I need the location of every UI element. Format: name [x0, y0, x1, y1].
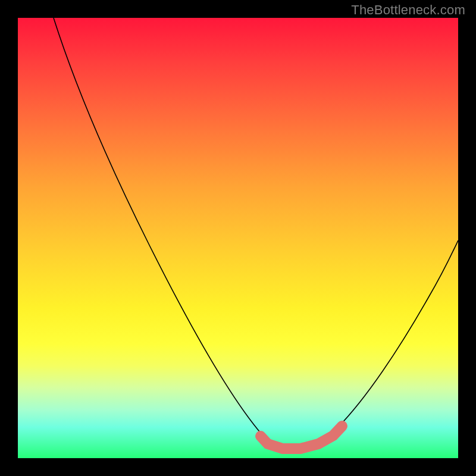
- plot-svg: [18, 18, 458, 458]
- plot-area: [18, 18, 458, 458]
- bottleneck-curve: [54, 18, 458, 450]
- optimal-range-band: [261, 426, 342, 449]
- chart-frame: TheBottleneck.com: [0, 0, 476, 476]
- watermark-text: TheBottleneck.com: [351, 2, 465, 18]
